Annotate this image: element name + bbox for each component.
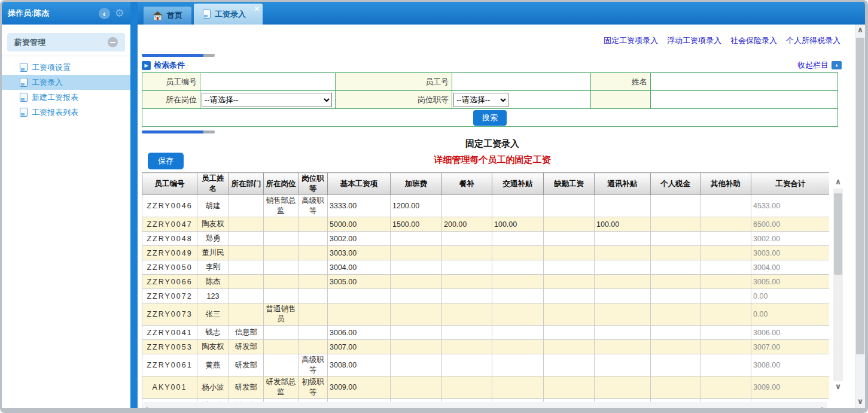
cell-overtime-pay[interactable] xyxy=(391,232,442,246)
cell-overtime-pay[interactable] xyxy=(391,376,442,399)
cell-absence-deduction[interactable] xyxy=(544,376,595,399)
page-scroll-thumb[interactable] xyxy=(856,38,864,354)
cell-other-allowance[interactable] xyxy=(701,340,751,354)
cell-personal-tax[interactable] xyxy=(651,326,701,340)
scroll-down-icon[interactable]: ∨ xyxy=(833,381,843,393)
cell-meal-allowance[interactable]: 200.00 xyxy=(442,217,492,232)
cell-other-allowance[interactable] xyxy=(701,399,751,402)
cell-transport-allowance[interactable] xyxy=(492,289,544,303)
cell-meal-allowance[interactable] xyxy=(442,232,492,246)
cell-communication-allowance[interactable] xyxy=(595,354,651,376)
page-vertical-scrollbar[interactable]: ∧ ∨ xyxy=(855,25,865,408)
cell-meal-allowance[interactable] xyxy=(442,303,492,326)
cell-base-salary[interactable]: 3004.00 xyxy=(328,260,391,275)
cell-base-salary[interactable] xyxy=(328,303,391,326)
cell-absence-deduction[interactable] xyxy=(544,354,595,376)
cell-overtime-pay[interactable] xyxy=(391,260,442,275)
cell-overtime-pay[interactable] xyxy=(391,246,442,260)
cell-meal-allowance[interactable] xyxy=(442,195,492,217)
cell-personal-tax[interactable] xyxy=(651,303,701,326)
cell-base-salary[interactable]: 3008.00 xyxy=(328,354,391,376)
cell-other-allowance[interactable] xyxy=(701,195,751,217)
tab-home[interactable]: 首页 xyxy=(144,7,191,25)
cell-meal-allowance[interactable] xyxy=(442,246,492,260)
cell-meal-allowance[interactable] xyxy=(442,399,492,402)
cell-communication-allowance[interactable] xyxy=(595,195,651,217)
cell-base-salary[interactable]: 3006.00 xyxy=(328,326,391,340)
cell-absence-deduction[interactable] xyxy=(544,246,595,260)
cell-transport-allowance[interactable] xyxy=(492,376,544,399)
collapse-group-icon[interactable] xyxy=(108,37,118,47)
emp-code-input[interactable] xyxy=(200,74,335,90)
save-button[interactable]: 保存 xyxy=(148,153,184,169)
link-personal-income-tax-entry[interactable]: 个人所得税录入 xyxy=(786,36,840,45)
cell-transport-allowance[interactable] xyxy=(492,246,544,260)
close-tab-icon[interactable]: × xyxy=(254,4,259,13)
cell-communication-allowance[interactable] xyxy=(595,326,651,340)
name-input[interactable] xyxy=(651,74,837,90)
cell-absence-deduction[interactable] xyxy=(544,399,595,402)
sidebar-item-salary-item-setup[interactable]: 工资项设置 xyxy=(2,60,130,75)
cell-absence-deduction[interactable] xyxy=(544,289,595,303)
scroll-thumb[interactable] xyxy=(834,193,842,275)
cell-transport-allowance[interactable] xyxy=(492,232,544,246)
cell-transport-allowance[interactable] xyxy=(492,195,544,217)
cell-absence-deduction[interactable] xyxy=(544,340,595,354)
cell-transport-allowance[interactable] xyxy=(492,354,544,376)
cell-meal-allowance[interactable] xyxy=(442,326,492,340)
cell-transport-allowance[interactable] xyxy=(492,326,544,340)
search-button[interactable]: 搜索 xyxy=(473,110,507,126)
cell-base-salary[interactable]: 3010.00 xyxy=(328,399,391,402)
cell-base-salary[interactable]: 3007.00 xyxy=(328,340,391,354)
grade-select[interactable]: --请选择-- xyxy=(453,93,508,107)
cell-overtime-pay[interactable] xyxy=(391,354,442,376)
cell-other-allowance[interactable] xyxy=(701,289,751,303)
cell-overtime-pay[interactable]: 1200.00 xyxy=(391,195,442,217)
collapse-panel-icon[interactable]: ▲ xyxy=(832,61,842,69)
cell-overtime-pay[interactable] xyxy=(391,275,442,289)
cell-personal-tax[interactable] xyxy=(651,246,701,260)
cell-meal-allowance[interactable] xyxy=(442,376,492,399)
cell-transport-allowance[interactable] xyxy=(492,275,544,289)
position-select[interactable]: --请选择-- xyxy=(202,93,332,107)
cell-personal-tax[interactable] xyxy=(651,376,701,399)
cell-other-allowance[interactable] xyxy=(701,246,751,260)
tab-salary-entry[interactable]: 工资录入 × xyxy=(194,4,263,25)
cell-overtime-pay[interactable] xyxy=(391,340,442,354)
cell-absence-deduction[interactable] xyxy=(544,260,595,275)
sidebar-group-header[interactable]: 薪资管理 xyxy=(7,33,125,51)
cell-personal-tax[interactable] xyxy=(651,275,701,289)
cell-communication-allowance[interactable] xyxy=(595,376,651,399)
link-social-insurance-entry[interactable]: 社会保险录入 xyxy=(730,36,777,45)
cell-overtime-pay[interactable] xyxy=(391,289,442,303)
cell-overtime-pay[interactable] xyxy=(391,399,442,402)
cell-base-salary[interactable]: 3009.00 xyxy=(328,376,391,399)
cell-personal-tax[interactable] xyxy=(651,217,701,232)
cell-base-salary[interactable]: 5000.00 xyxy=(328,217,391,232)
cell-other-allowance[interactable] xyxy=(701,232,751,246)
cell-personal-tax[interactable] xyxy=(651,289,701,303)
cell-base-salary[interactable]: 3003.00 xyxy=(328,246,391,260)
cell-other-allowance[interactable] xyxy=(701,260,751,275)
cell-communication-allowance[interactable] xyxy=(595,275,651,289)
cell-personal-tax[interactable] xyxy=(651,340,701,354)
scroll-track[interactable] xyxy=(833,189,843,381)
gear-icon[interactable]: ⚙ xyxy=(115,8,124,19)
cell-communication-allowance[interactable]: 100.00 xyxy=(595,217,651,232)
cell-absence-deduction[interactable] xyxy=(544,326,595,340)
cell-other-allowance[interactable] xyxy=(701,354,751,376)
link-floating-salary-item-entry[interactable]: 浮动工资项录入 xyxy=(667,36,721,45)
cell-overtime-pay[interactable]: 1500.00 xyxy=(391,217,442,232)
cell-communication-allowance[interactable] xyxy=(595,340,651,354)
page-scroll-track[interactable] xyxy=(855,37,865,396)
cell-absence-deduction[interactable] xyxy=(544,232,595,246)
cell-overtime-pay[interactable] xyxy=(391,303,442,326)
page-scroll-up-icon[interactable]: ∧ xyxy=(855,25,865,37)
cell-meal-allowance[interactable] xyxy=(442,260,492,275)
cell-other-allowance[interactable] xyxy=(701,217,751,232)
cell-other-allowance[interactable] xyxy=(701,326,751,340)
expand-arrow-icon[interactable]: ▶ xyxy=(142,61,151,70)
cell-personal-tax[interactable] xyxy=(651,195,701,217)
cell-other-allowance[interactable] xyxy=(701,303,751,326)
collapse-panel-link[interactable]: 收起栏目 xyxy=(797,60,829,71)
